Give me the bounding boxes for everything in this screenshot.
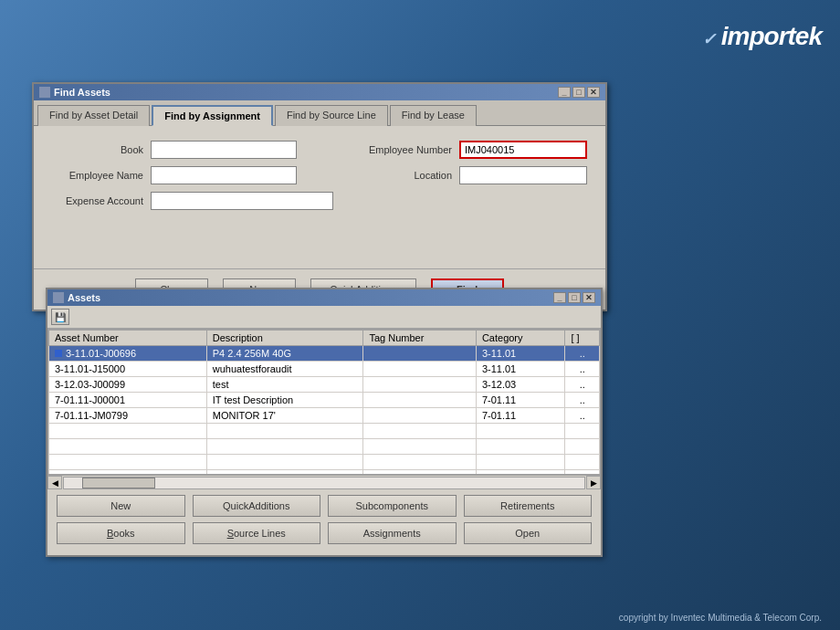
tab-find-by-lease[interactable]: Find by Lease <box>390 105 477 126</box>
logo: ✓ importek <box>657 9 822 64</box>
assets-close-btn[interactable]: ✕ <box>583 292 595 303</box>
bottom-row-1: New QuickAdditions Subcomponents Retirem… <box>57 495 592 517</box>
assets-title: Assets <box>68 292 100 303</box>
table-row[interactable]: 7-01.11-JM0799MONITOR 17'7-01.11.. <box>49 408 600 424</box>
empty-row <box>49 424 600 439</box>
expense-account-input[interactable] <box>151 192 333 210</box>
form-left: Book Employee Name Expense Account <box>52 141 333 217</box>
asset-number-cell: 7-01.11-JM0799 <box>49 408 207 424</box>
employee-number-input[interactable] <box>459 141 587 159</box>
bracket-cell[interactable]: .. <box>565 346 600 362</box>
table-header-row: Asset Number Description Tag Number Cate… <box>49 331 600 346</box>
assets-maximize-btn[interactable]: □ <box>568 292 581 303</box>
employee-name-row: Employee Name <box>52 166 333 184</box>
book-label: Book <box>52 144 143 155</box>
assets-table: Asset Number Description Tag Number Cate… <box>48 330 600 475</box>
col-category: Category <box>476 331 565 346</box>
table-row[interactable]: 7-01.11-J00001IT test Description7-01.11… <box>49 393 600 408</box>
find-assets-window: Find Assets _ □ ✕ Find by Asset Detail F… <box>32 82 607 311</box>
description-cell: test <box>206 377 363 393</box>
assets-minimize-btn[interactable]: _ <box>553 292 566 303</box>
category-cell: 3-11.01 <box>476 346 565 362</box>
tag-number-cell <box>363 408 476 424</box>
h-scrollbar-row: ◀ ▶ <box>47 475 601 489</box>
assets-source-lines-button[interactable]: Source Lines <box>193 522 321 544</box>
location-label: Location <box>352 170 452 181</box>
employee-number-row: Employee Number <box>352 141 587 159</box>
bracket-cell[interactable]: .. <box>565 408 600 424</box>
asset-number-cell: 3-12.03-J00099 <box>49 377 207 393</box>
assets-window-icon <box>53 292 64 303</box>
h-scrollbar-thumb[interactable] <box>82 478 155 488</box>
scroll-left-btn[interactable]: ◀ <box>47 476 62 489</box>
category-cell: 7-01.11 <box>476 393 565 408</box>
window-icon <box>39 87 50 98</box>
category-cell: 3-12.03 <box>476 377 565 393</box>
employee-number-label: Employee Number <box>352 144 452 155</box>
assets-titlebar-left: Assets <box>53 292 100 303</box>
description-cell: P4 2.4 256M 40G <box>206 346 363 362</box>
asset-number-cell: 7-01.11-J00001 <box>49 393 207 408</box>
assets-new-button[interactable]: New <box>57 495 185 517</box>
copyright-text: copyright by Inventec Multimedia & Telec… <box>619 613 822 623</box>
titlebar-left: Find Assets <box>39 87 110 98</box>
col-bracket[interactable]: [ ] <box>565 331 600 346</box>
assets-retirements-button[interactable]: Retirements <box>464 495 593 517</box>
table-row[interactable]: 3-11.01-J15000wuhuatestforaudit3-11.01.. <box>49 362 600 377</box>
tag-number-cell <box>363 362 476 377</box>
table-row[interactable]: 3-11.01-J00696P4 2.4 256M 40G3-11.01.. <box>49 346 600 362</box>
bracket-cell[interactable]: .. <box>565 393 600 408</box>
tag-number-cell <box>363 377 476 393</box>
assets-books-button[interactable]: Books <box>57 522 185 544</box>
h-scrollbar[interactable] <box>63 477 585 489</box>
book-row: Book <box>52 141 333 159</box>
asset-number-cell: 3-11.01-J15000 <box>49 362 207 377</box>
empty-row <box>49 455 600 470</box>
toolbar-save-btn[interactable]: 💾 <box>51 309 69 325</box>
window-controls: _ □ ✕ <box>558 87 600 98</box>
tag-number-cell <box>363 393 476 408</box>
form-right: Employee Number Location <box>352 141 587 217</box>
form-area: Book Employee Name Expense Account Emplo… <box>34 126 605 268</box>
assets-toolbar: 💾 <box>47 306 601 329</box>
employee-name-input[interactable] <box>151 166 297 184</box>
location-row: Location <box>352 166 587 184</box>
tab-find-by-assignment[interactable]: Find by Assignment <box>152 105 273 126</box>
category-cell: 3-11.01 <box>476 362 565 377</box>
maximize-btn[interactable]: □ <box>572 87 585 98</box>
book-input[interactable] <box>151 141 297 159</box>
assets-titlebar: Assets _ □ ✕ <box>47 289 601 306</box>
expense-account-row: Expense Account <box>52 192 333 210</box>
location-input[interactable] <box>459 166 587 184</box>
logo-text: ✓ importek <box>702 22 822 51</box>
assets-window-controls: _ □ ✕ <box>553 292 595 303</box>
empty-row <box>49 439 600 455</box>
tabs-row: Find by Asset Detail Find by Assignment … <box>34 100 605 126</box>
bottom-row-2: Books Source Lines Assignments Open <box>57 522 592 544</box>
assets-open-button[interactable]: Open <box>464 522 593 544</box>
assets-bottom-buttons: New QuickAdditions Subcomponents Retirem… <box>47 489 601 555</box>
bracket-cell[interactable]: .. <box>565 362 600 377</box>
find-assets-title: Find Assets <box>54 87 110 98</box>
description-cell: wuhuatestforaudit <box>206 362 363 377</box>
assets-window: Assets _ □ ✕ 💾 Asset Number Description … <box>46 288 603 557</box>
description-cell: MONITOR 17' <box>206 408 363 424</box>
tab-find-by-source-line[interactable]: Find by Source Line <box>275 105 388 126</box>
assets-table-container[interactable]: Asset Number Description Tag Number Cate… <box>47 329 601 475</box>
col-description: Description <box>206 331 363 346</box>
expense-account-label: Expense Account <box>52 195 143 206</box>
col-tag-number: Tag Number <box>363 331 476 346</box>
assets-subcomponents-button[interactable]: Subcomponents <box>328 495 457 517</box>
close-btn[interactable]: ✕ <box>587 87 600 98</box>
asset-number-cell: 3-11.01-J00696 <box>49 346 207 362</box>
tab-find-by-asset-detail[interactable]: Find by Asset Detail <box>37 105 150 126</box>
assets-quick-additions-button[interactable]: QuickAdditions <box>193 495 321 517</box>
table-row[interactable]: 3-12.03-J00099test3-12.03.. <box>49 377 600 393</box>
description-cell: IT test Description <box>206 393 363 408</box>
minimize-btn[interactable]: _ <box>558 87 571 98</box>
assets-assignments-button[interactable]: Assignments <box>328 522 457 544</box>
category-cell: 7-01.11 <box>476 408 565 424</box>
employee-name-label: Employee Name <box>52 170 143 181</box>
bracket-cell[interactable]: .. <box>565 377 600 393</box>
scroll-right-btn[interactable]: ▶ <box>586 476 601 489</box>
